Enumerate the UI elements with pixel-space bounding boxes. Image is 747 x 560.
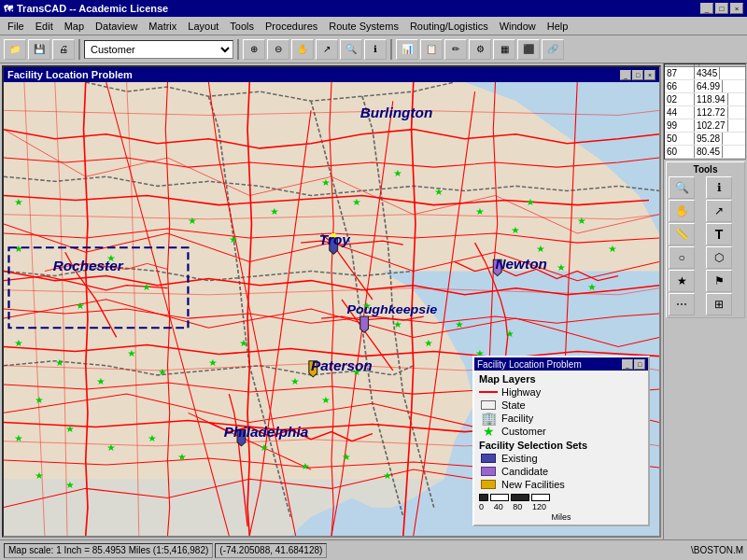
svg-text:★: ★ [577, 215, 586, 226]
toolbar-pan[interactable]: ✋ [291, 39, 314, 60]
toolbar-zoom-out[interactable]: ⊖ [267, 39, 289, 60]
customer-symbol: ★ [479, 426, 498, 437]
toolbar-table[interactable]: 📋 [420, 39, 443, 60]
layer-select[interactable]: Customer Facility State Highway [84, 40, 233, 59]
tool-pan-btn[interactable]: ✋ [669, 200, 695, 222]
legend-maximize-btn[interactable]: □ [634, 359, 645, 370]
tool-polygon-btn[interactable]: ⬡ [706, 246, 732, 269]
menu-help[interactable]: Help [542, 19, 574, 34]
toolbar-extra3[interactable]: 🔗 [542, 39, 564, 60]
toolbar-new[interactable]: 📁 [4, 39, 26, 60]
toolbar-select-tool[interactable]: ↗ [316, 39, 338, 60]
tool-extra1-btn[interactable]: ⋯ [669, 293, 695, 315]
menu-dataview[interactable]: Dataview [90, 19, 143, 34]
cell-6-2: 95.28 [695, 133, 723, 145]
legend-new-facilities-label: New Facilities [501, 479, 565, 490]
svg-text:★: ★ [290, 375, 300, 386]
tool-select-btn[interactable]: ↗ [706, 200, 732, 222]
svg-text:Paterson: Paterson [311, 358, 373, 372]
tools-panel: Tools 🔍 ℹ ✋ ↗ 📏 T ○ ⬡ ★ ⚑ ⋯ ⊞ [666, 161, 745, 318]
menu-file[interactable]: File [2, 19, 30, 34]
tool-measure-btn[interactable]: 📏 [669, 223, 695, 245]
status-scale: Map scale: 1 Inch = 85.4953 Miles (1:5,4… [4, 543, 213, 558]
toolbar-zoom-in[interactable]: ⊕ [243, 39, 265, 60]
menu-route-systems[interactable]: Route Systems [323, 19, 404, 34]
maximize-button[interactable]: □ [715, 3, 728, 14]
menu-edit[interactable]: Edit [30, 19, 59, 34]
map-window-title: Facility Location Problem [7, 69, 133, 80]
scale-line [479, 494, 643, 501]
toolbar-search[interactable]: 🔍 [340, 39, 362, 60]
map-close-btn[interactable]: × [644, 70, 655, 80]
tool-info-btn[interactable]: ℹ [706, 176, 732, 199]
toolbar-extra2[interactable]: ⬛ [517, 39, 540, 60]
table-row: 60 80.45 [665, 146, 745, 159]
map-window: Facility Location Problem _ □ × [2, 65, 661, 538]
toolbar-info[interactable]: ℹ [364, 39, 387, 60]
svg-text:★: ★ [321, 395, 331, 406]
map-area[interactable]: ★ ★ ★ ★ ★ ★ ★ ★ ★ ★ ★ ★ ★ ★ ★ ★ ★ ★ ★ ★ [4, 82, 659, 536]
svg-text:★: ★ [127, 347, 136, 358]
legend-popup: Facility Location Problem _ □ Map Layers… [472, 356, 650, 526]
legend-highway-label: Highway [501, 386, 541, 398]
toolbar-extra1[interactable]: ▦ [493, 39, 515, 60]
legend-title: Facility Location Problem [477, 359, 582, 370]
tool-star-btn[interactable]: ★ [669, 270, 695, 292]
cell-1-2: 4345 [695, 67, 720, 79]
legend-minimize-btn[interactable]: _ [622, 359, 633, 370]
svg-text:★: ★ [536, 244, 545, 255]
menu-layout[interactable]: Layout [182, 19, 224, 34]
close-button[interactable]: × [730, 3, 743, 14]
cell-1-1: 87 [665, 67, 695, 79]
col2-header [695, 64, 699, 66]
map-title-bar: Facility Location Problem _ □ × [4, 67, 659, 82]
table-row: 02 118.94 [665, 93, 745, 106]
legend-candidate-label: Candidate [501, 466, 548, 477]
svg-text:★: ★ [76, 300, 85, 311]
svg-marker-55 [360, 316, 369, 332]
toolbar-chart[interactable]: 📊 [396, 39, 418, 60]
tool-extra2-btn[interactable]: ⊞ [706, 293, 732, 315]
toolbar-print[interactable]: 🖨 [52, 39, 75, 60]
app-title: TransCAD -- Academic License [17, 3, 168, 14]
svg-text:★: ★ [65, 480, 75, 491]
tool-circle-btn[interactable]: ○ [669, 246, 695, 269]
toolbar-edit[interactable]: ✏ [444, 39, 467, 60]
col1-header [665, 64, 695, 66]
tool-zoom-in-btn[interactable]: 🔍 [669, 176, 695, 199]
menu-matrix[interactable]: Matrix [143, 19, 182, 34]
legend-facility-label: Facility [501, 413, 533, 424]
menu-procedures[interactable]: Procedures [260, 19, 323, 34]
map-maximize-btn[interactable]: □ [632, 70, 643, 80]
legend-customer-label: Customer [501, 426, 546, 437]
svg-text:Newton: Newton [496, 258, 547, 272]
svg-text:★: ★ [393, 319, 402, 330]
svg-text:★: ★ [148, 432, 157, 443]
legend-state-label: State [501, 399, 526, 411]
cell-6-1: 50 [665, 133, 695, 145]
tool-grid: 🔍 ℹ ✋ ↗ 📏 T ○ ⬡ ★ ⚑ ⋯ ⊞ [669, 176, 742, 315]
svg-text:★: ★ [142, 281, 151, 292]
cell-2-1: 66 [665, 80, 695, 92]
svg-text:★: ★ [55, 357, 64, 368]
scale-bar: 0 40 80 120 Miles [474, 491, 648, 525]
svg-text:★: ★ [301, 461, 310, 472]
menu-map[interactable]: Map [59, 19, 90, 34]
toolbar-settings[interactable]: ⚙ [469, 39, 491, 60]
tool-text-btn[interactable]: T [706, 223, 732, 245]
menu-window[interactable]: Window [494, 19, 542, 34]
toolbar-separator-1 [78, 39, 80, 60]
svg-text:★: ★ [14, 244, 23, 255]
scale-mark-40: 40 [494, 502, 503, 511]
menu-bar: File Edit Map Dataview Matrix Layout Too… [0, 17, 747, 35]
scale-unit: Miles [479, 512, 643, 522]
svg-text:★: ★ [270, 205, 279, 217]
svg-text:★: ★ [505, 329, 514, 340]
map-minimize-btn[interactable]: _ [620, 70, 631, 80]
toolbar-save[interactable]: 💾 [28, 39, 50, 60]
tool-flag-btn[interactable]: ⚑ [706, 270, 732, 292]
app-title-bar: 🗺 TransCAD -- Academic License _ □ × [0, 0, 747, 17]
menu-tools[interactable]: Tools [224, 19, 260, 34]
menu-routing[interactable]: Routing/Logistics [404, 19, 494, 34]
minimize-button[interactable]: _ [700, 3, 713, 14]
